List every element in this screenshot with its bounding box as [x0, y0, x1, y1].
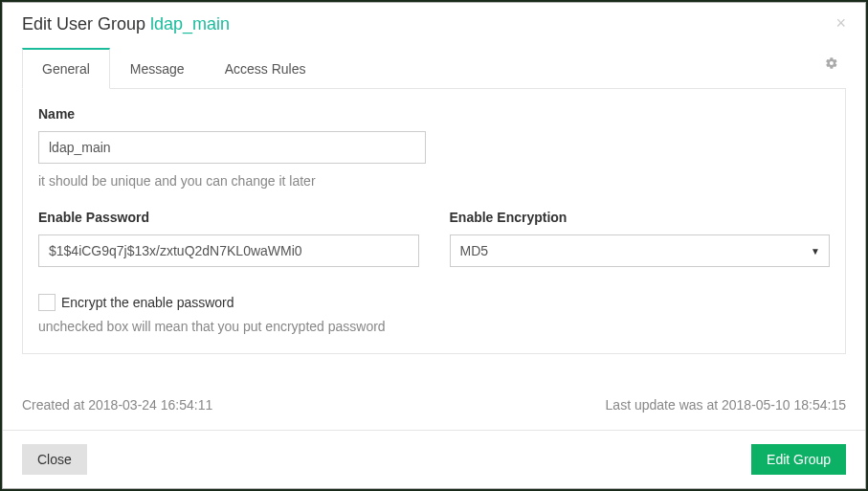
encryption-field-group: Enable Encryption MD5 ▼ — [450, 210, 831, 267]
created-at-text: Created at 2018-03-24 16:54:11 — [22, 397, 212, 413]
settings-gear-icon[interactable] — [825, 56, 846, 79]
close-button[interactable]: Close — [22, 444, 87, 475]
name-label: Name — [38, 106, 426, 122]
encryption-select[interactable]: MD5 — [450, 234, 831, 267]
tab-general[interactable]: General — [22, 48, 110, 89]
password-label: Enable Password — [38, 210, 419, 225]
password-field-group: Enable Password — [38, 210, 419, 267]
tab-label: Message — [130, 61, 185, 77]
tab-access-rules[interactable]: Access Rules — [205, 49, 326, 88]
form-general: Name it should be unique and you can cha… — [22, 89, 846, 354]
tab-message[interactable]: Message — [110, 49, 205, 88]
modal-header: Edit User Group ldap_main × — [3, 3, 865, 48]
meta-row: Created at 2018-03-24 16:54:11 Last upda… — [3, 382, 865, 430]
encrypt-help-text: unchecked box will mean that you put enc… — [38, 319, 830, 334]
edit-group-button[interactable]: Edit Group — [751, 444, 846, 475]
encryption-label: Enable Encryption — [450, 210, 831, 225]
name-help-text: it should be unique and you can change i… — [38, 173, 426, 189]
close-icon[interactable]: × — [835, 14, 846, 32]
encrypt-checkbox-label: Encrypt the enable password — [61, 295, 234, 310]
tabs: General Message Access Rules — [22, 48, 846, 89]
modal-title-prefix: Edit User Group — [22, 14, 150, 33]
tab-label: General — [42, 61, 90, 77]
name-input[interactable] — [38, 131, 426, 164]
modal-body: General Message Access Rules Name it sho… — [3, 48, 865, 382]
name-field-group: Name it should be unique and you can cha… — [38, 106, 426, 189]
updated-at-text: Last update was at 2018-05-10 18:54:15 — [606, 397, 846, 413]
modal-title: Edit User Group ldap_main — [22, 14, 230, 34]
password-input[interactable] — [38, 234, 419, 267]
password-encryption-row: Enable Password Enable Encryption MD5 ▼ — [38, 210, 830, 267]
encrypt-checkbox[interactable] — [38, 294, 56, 311]
edit-user-group-modal: Edit User Group ldap_main × General Mess… — [2, 2, 866, 489]
tab-label: Access Rules — [225, 61, 306, 77]
modal-footer: Close Edit Group — [3, 430, 865, 488]
encrypt-checkbox-row: Encrypt the enable password — [38, 294, 830, 311]
group-name: ldap_main — [150, 14, 230, 33]
